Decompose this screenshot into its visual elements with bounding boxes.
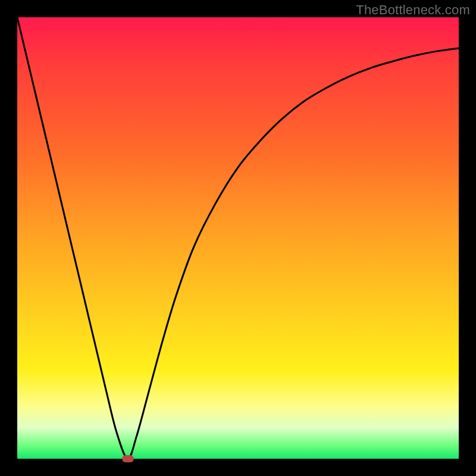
chart-frame: TheBottleneck.com	[0, 0, 476, 476]
minimum-marker	[122, 455, 134, 462]
watermark-text: TheBottleneck.com	[356, 2, 470, 18]
plot-area	[17, 17, 459, 459]
bottleneck-curve	[17, 17, 459, 459]
